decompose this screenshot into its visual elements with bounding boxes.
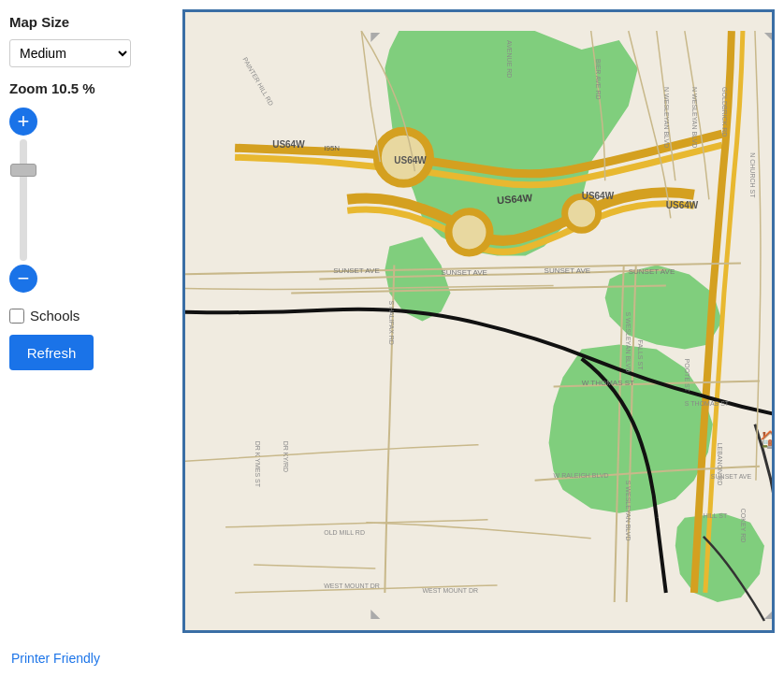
svg-text:POOTE ST: POOTE ST — [684, 359, 690, 393]
svg-text:S WESLEYAN BLVD: S WESLEYAN BLVD — [625, 311, 632, 372]
svg-text:DR KY/RD: DR KY/RD — [283, 441, 289, 472]
svg-text:SUNSET AVE: SUNSET AVE — [629, 267, 675, 276]
map-container: NORTH SOUTH WEST EAST — [182, 9, 775, 633]
zoom-slider-thumb[interactable] — [10, 164, 36, 177]
zoom-in-icon: + — [18, 111, 30, 132]
svg-text:N CHURCH ST: N CHURCH ST — [749, 152, 756, 198]
zoom-out-button[interactable]: − — [9, 265, 37, 293]
svg-text:S WESLEYAN BLVD: S WESLEYAN BLVD — [625, 481, 632, 541]
sidebar: Map Size Small Medium Large Zoom 10.5 % … — [9, 9, 173, 633]
zoom-slider-track — [20, 139, 27, 261]
svg-text:AVENUE RD: AVENUE RD — [506, 40, 513, 78]
svg-text:WEST MOUNT DR: WEST MOUNT DR — [422, 587, 478, 594]
zoom-label: Zoom 10.5 % — [9, 80, 173, 96]
footer: Printer Friendly — [0, 642, 784, 676]
svg-text:GOLDBRICK RD: GOLDBRICK RD — [721, 87, 728, 137]
zoom-out-icon: − — [18, 268, 30, 289]
printer-friendly-link[interactable]: Printer Friendly — [11, 651, 100, 666]
svg-text:US64W: US64W — [666, 200, 699, 210]
map-size-label: Map Size — [9, 14, 173, 30]
svg-text:DR K YMES ST: DR K YMES ST — [254, 441, 261, 488]
svg-text:S THOMAS ST: S THOMAS ST — [685, 400, 730, 407]
svg-text:N WESLEYAN BLVD: N WESLEYAN BLVD — [691, 87, 698, 148]
schools-label: Schools — [30, 308, 80, 324]
svg-text:SUNSET AVE: SUNSET AVE — [333, 266, 380, 275]
svg-text:BIER AVE RD: BIER AVE RD — [595, 59, 602, 99]
svg-point-6 — [448, 211, 489, 252]
zoom-in-button[interactable]: + — [9, 108, 37, 136]
svg-point-7 — [565, 196, 599, 230]
svg-text:HILL ST: HILL ST — [704, 512, 728, 519]
svg-text:I95N: I95N — [324, 144, 340, 152]
map-size-select[interactable]: Small Medium Large — [9, 39, 131, 67]
svg-text:N WESLEYAN BLVD: N WESLEYAN BLVD — [663, 87, 670, 148]
schools-checkbox[interactable] — [9, 309, 24, 324]
zoom-controls: + − — [9, 108, 173, 293]
svg-text:SUNSET AVE: SUNSET AVE — [544, 266, 591, 275]
svg-text:COKEY RD: COKEY RD — [740, 509, 747, 542]
svg-text:FALLS ST: FALLS ST — [637, 340, 644, 371]
svg-text:OLD MILL RD: OLD MILL RD — [324, 529, 365, 536]
svg-text:S HALIFAX RD: S HALIFAX RD — [388, 300, 395, 344]
refresh-button[interactable]: Refresh — [9, 335, 94, 370]
svg-text:SUNSET AVE: SUNSET AVE — [711, 473, 752, 480]
schools-row: Schools — [9, 308, 173, 324]
svg-text:🏠: 🏠 — [760, 429, 772, 450]
svg-text:W RALEIGH BLVD: W RALEIGH BLVD — [554, 472, 609, 479]
svg-text:WEST MOUNT DR: WEST MOUNT DR — [324, 583, 380, 589]
svg-text:SUNSET AVE: SUNSET AVE — [441, 268, 487, 277]
svg-text:US64W: US64W — [394, 155, 427, 165]
map-svg: US64W US64W US64W US64W US64W I95N SUNSE… — [185, 12, 772, 630]
svg-text:US64W: US64W — [272, 139, 305, 150]
svg-text:US64W: US64W — [582, 191, 615, 201]
svg-text:W THOMAS ST: W THOMAS ST — [582, 379, 634, 387]
